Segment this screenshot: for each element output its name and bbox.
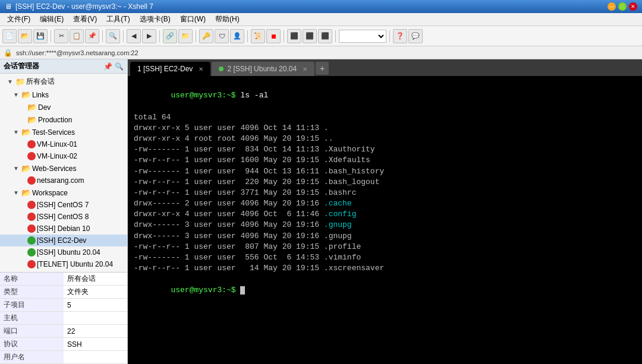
tb-stop[interactable]: ⏹: [266, 29, 281, 43]
tree-all-sessions[interactable]: ▼ 📁 所有会话: [0, 75, 127, 88]
tb-opt3[interactable]: ⬛: [318, 29, 332, 43]
tab-2-label: 2 [SSH] Ubuntu 20.04: [227, 65, 297, 73]
tree-test-services[interactable]: ▼ 📂 Test-Services: [0, 126, 127, 138]
folder-production-icon: 📂: [27, 115, 37, 124]
tb-about[interactable]: 💬: [408, 29, 423, 43]
tab-1[interactable]: 1 [SSH] EC2-Dev ✕: [130, 62, 210, 76]
menu-file[interactable]: 文件(F): [2, 13, 35, 26]
sidebar-search-icon[interactable]: 🔍: [115, 62, 124, 71]
term-line-4: -rw-r--r-- 1 user user 1600 May 20 19:15…: [134, 155, 636, 166]
term-end-prompt-text: user@mysvr3:~$: [171, 286, 240, 295]
ec2dev-label: [SSH] EC2-Dev: [37, 236, 86, 245]
tb-paste[interactable]: 📌: [85, 29, 99, 43]
expand-test-icon: ▼: [12, 129, 20, 135]
prop-protocol: 协议 SSH: [0, 338, 127, 351]
menu-view[interactable]: 查看(V): [68, 13, 102, 26]
main: 会话管理器 📌 🔍 ▼ 📁 所有会话 ▼ 📂 Links: [0, 59, 642, 364]
prop-name-value: 所有会话: [64, 273, 127, 286]
tree-centos7[interactable]: [SSH] CentOS 7: [0, 199, 127, 211]
tree-vm-linux-02[interactable]: VM-Linux-02: [0, 150, 127, 162]
tb-copy[interactable]: 📋: [70, 29, 84, 43]
tree-dev[interactable]: 📂 Dev: [0, 101, 127, 113]
session-debian10-icon: [27, 224, 36, 233]
term-command: ls -al: [236, 91, 269, 100]
tb-opt2[interactable]: ⬛: [303, 29, 317, 43]
prop-port-label: 端口: [0, 325, 64, 338]
session-centos7-icon: [27, 201, 36, 209]
folder-test-icon: 📂: [21, 128, 31, 137]
tb-key[interactable]: 🔑: [199, 29, 213, 43]
tab-add-btn[interactable]: +: [316, 62, 329, 75]
links-label: Links: [32, 91, 49, 99]
tb-sec[interactable]: 🛡: [215, 29, 229, 43]
tree-links[interactable]: ▼ 📂 Links: [0, 88, 127, 101]
tree-vm-linux-01[interactable]: VM-Linux-01: [0, 138, 127, 150]
prop-port-value: 22: [64, 325, 127, 338]
tb-session-select[interactable]: [339, 30, 386, 43]
tb-help[interactable]: ❓: [393, 29, 407, 43]
tb-xftp[interactable]: 📁: [178, 29, 193, 43]
tb-new[interactable]: 📄: [2, 29, 17, 43]
tab-2[interactable]: 2 [SSH] Ubuntu 20.04 ✕: [212, 62, 314, 76]
tree-production[interactable]: 📂 Production: [0, 113, 127, 126]
prop-type-value: 文件夹: [64, 286, 127, 299]
expand-web-icon: ▼: [12, 165, 20, 172]
folder-workspace-icon: 📂: [21, 188, 31, 197]
tree-centos8[interactable]: [SSH] CentOS 8: [0, 211, 127, 223]
tb-opt1[interactable]: ⬛: [287, 29, 301, 43]
vm-linux-02-label: VM-Linux-02: [37, 152, 77, 160]
window-title: [SSH] EC2-Dev - user@mysvr3:~ - Xshell 7: [15, 2, 153, 11]
tree-workspace[interactable]: ▼ 📂 Workspace: [0, 186, 127, 199]
tree-netsarang[interactable]: netsarang.com: [0, 175, 127, 186]
term-line-11: -rw-r--r-- 1 user user 807 May 20 19:15 …: [134, 242, 636, 252]
menu-tabs[interactable]: 选项卡(B): [135, 13, 175, 26]
tb-agent[interactable]: 👤: [230, 29, 244, 43]
session-netsarang-icon: [27, 176, 36, 185]
folder-web-icon: 📂: [21, 164, 31, 173]
minimize-btn[interactable]: ─: [608, 2, 616, 11]
maximize-btn[interactable]: □: [618, 2, 627, 11]
session-ubuntu-icon: [27, 248, 36, 257]
terminal[interactable]: user@mysvr3:~$ ls -al total 64 drwxr-xr-…: [128, 76, 642, 364]
term-line-12: -rw------- 1 user user 556 Oct 6 14:53 .…: [134, 252, 636, 263]
term-line-cache: drwx------ 2 user user 4096 May 20 19:16…: [134, 198, 636, 209]
tb-save[interactable]: 💾: [33, 29, 48, 43]
tb-open[interactable]: 📂: [18, 29, 32, 43]
tb-cut[interactable]: ✂: [54, 29, 68, 43]
term-total: total 64: [134, 112, 636, 123]
folder-dev-icon: 📂: [27, 103, 37, 112]
tab-2-dot: [219, 67, 224, 71]
term-line-3: -rw------- 1 user user 834 Oct 14 11:13 …: [134, 144, 636, 155]
menu-edit[interactable]: 编辑(E): [35, 13, 68, 26]
all-sessions-label: 所有会话: [26, 77, 55, 87]
tree-web-services[interactable]: ▼ 📂 Web-Services: [0, 162, 127, 175]
term-end-prompt: user@mysvr3:~$: [134, 274, 636, 306]
tree-telnet-ubuntu[interactable]: [TELNET] Ubuntu 20.04: [0, 258, 127, 270]
tb-back[interactable]: ◀: [127, 29, 141, 43]
tab-bar: 1 [SSH] EC2-Dev ✕ 2 [SSH] Ubuntu 20.04 ✕…: [128, 59, 642, 76]
prop-port: 端口 22: [0, 325, 127, 338]
tab-1-close[interactable]: ✕: [199, 66, 203, 72]
tb-find[interactable]: 🔍: [106, 29, 120, 43]
tb-forward[interactable]: ▶: [142, 29, 156, 43]
tb-conn[interactable]: 🔗: [163, 29, 177, 43]
tree-ec2dev[interactable]: [SSH] EC2-Dev: [0, 235, 127, 246]
term-line-gnupg: drwx------ 3 user user 4096 May 20 19:16…: [134, 220, 636, 230]
sidebar-pin-icon[interactable]: 📌: [103, 62, 112, 71]
tb-script[interactable]: 📜: [251, 29, 265, 43]
tree-debian10[interactable]: [SSH] Debian 10: [0, 223, 127, 235]
prop-protocol-label: 协议: [0, 338, 64, 351]
menu-window[interactable]: 窗口(W): [175, 13, 210, 26]
prop-protocol-value: SSH: [64, 338, 127, 351]
session-vm01-icon: [27, 140, 36, 148]
menu-help[interactable]: 帮助(H): [210, 13, 244, 26]
menu-tools[interactable]: 工具(T): [102, 13, 134, 26]
session-centos8-icon: [27, 213, 36, 221]
tree-ubuntu2004[interactable]: [SSH] Ubuntu 20.04: [0, 246, 127, 258]
tab-2-close[interactable]: ✕: [303, 66, 307, 72]
vm-linux-01-label: VM-Linux-01: [37, 140, 77, 148]
prop-username-label: 用户名: [0, 351, 64, 364]
session-tree[interactable]: ▼ 📁 所有会话 ▼ 📂 Links 📂 Dev: [0, 74, 127, 272]
close-btn[interactable]: ✕: [629, 2, 637, 11]
sidebar-header: 会话管理器 📌 🔍: [0, 59, 127, 74]
